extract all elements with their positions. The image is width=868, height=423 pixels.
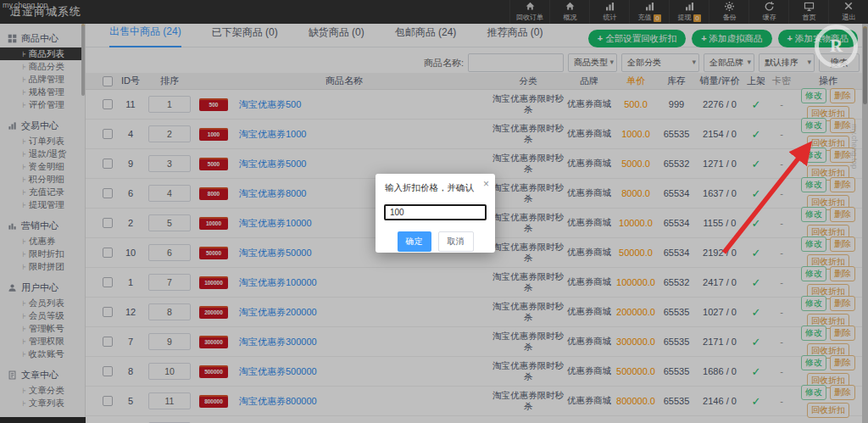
modal-buttons: 确定 取消 (376, 231, 495, 252)
watermark-logo: R (815, 25, 858, 68)
cancel-button[interactable]: 取消 (438, 231, 474, 252)
watermark-site-text-vertical: my.cheng.top (850, 124, 859, 169)
modal-title: 输入折扣价格，并确认 (376, 174, 495, 194)
discount-modal: 输入折扣价格，并确认 × 确定 取消 (376, 174, 495, 253)
watermark-site-text: my.cheng.top (3, 1, 47, 9)
discount-price-input[interactable] (384, 204, 487, 220)
confirm-button[interactable]: 确定 (398, 231, 431, 252)
close-icon[interactable]: × (483, 180, 489, 188)
